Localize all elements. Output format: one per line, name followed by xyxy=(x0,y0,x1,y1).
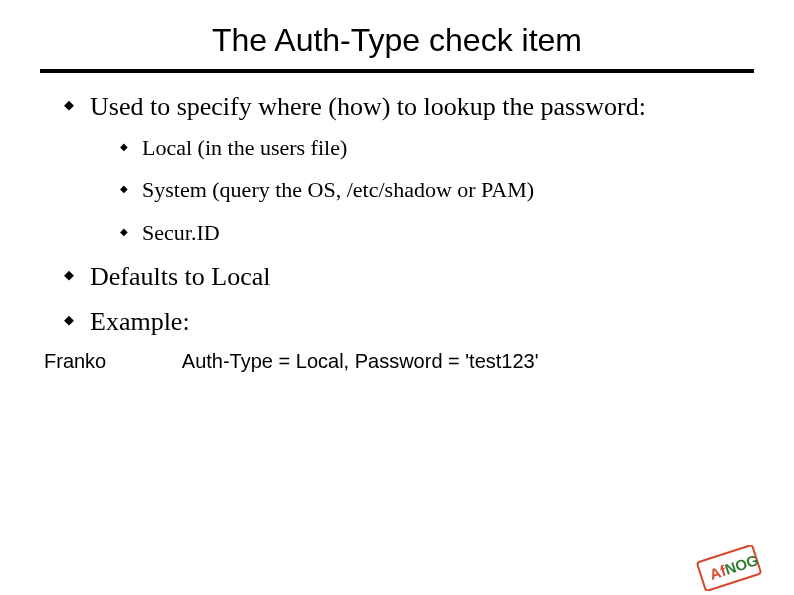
slide: The Auth-Type check item Used to specify… xyxy=(0,22,794,595)
sub-bullet-text: Secur.ID xyxy=(142,220,220,245)
sub-bullet-item: Secur.ID xyxy=(120,219,754,248)
afnog-logo: AfNOG xyxy=(694,545,764,595)
title-divider xyxy=(40,69,754,73)
bullet-list: Used to specify where (how) to lookup th… xyxy=(64,91,754,338)
slide-title: The Auth-Type check item xyxy=(40,22,754,59)
example-value: Auth-Type = Local, Password = 'test123' xyxy=(182,350,539,373)
bullet-text: Used to specify where (how) to lookup th… xyxy=(90,92,646,121)
bullet-item: Used to specify where (how) to lookup th… xyxy=(64,91,754,247)
sub-bullet-item: System (query the OS, /etc/shadow or PAM… xyxy=(120,176,754,205)
bullet-item: Defaults to Local xyxy=(64,261,754,294)
example-label: Franko xyxy=(44,350,106,373)
bullet-item: Example: xyxy=(64,306,754,339)
bullet-text: Example: xyxy=(90,307,190,336)
sub-bullet-text: Local (in the users file) xyxy=(142,135,347,160)
sub-bullet-list: Local (in the users file) System (query … xyxy=(120,134,754,248)
afnog-logo-icon: AfNOG xyxy=(694,545,764,591)
bullet-text: Defaults to Local xyxy=(90,262,271,291)
example-line: Franko Auth-Type = Local, Password = 'te… xyxy=(40,350,754,373)
sub-bullet-text: System (query the OS, /etc/shadow or PAM… xyxy=(142,177,534,202)
sub-bullet-item: Local (in the users file) xyxy=(120,134,754,163)
